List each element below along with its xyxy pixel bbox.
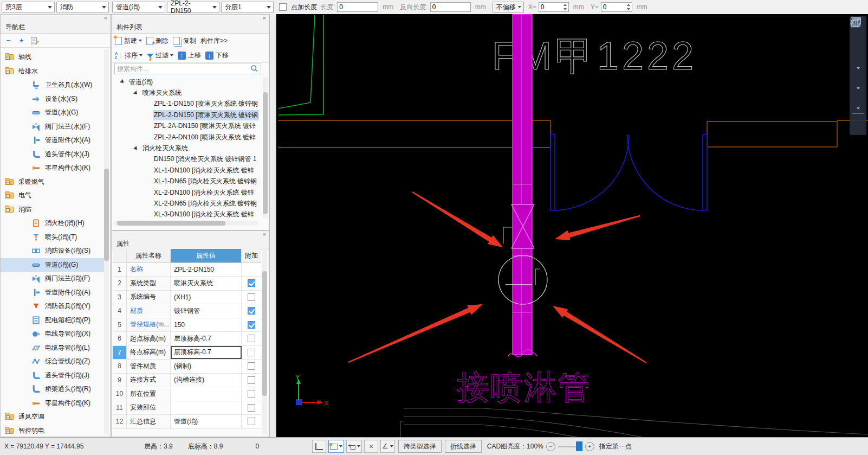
sidebar-item[interactable]: 电缆导管(消)(L) [1,341,105,355]
sidebar-item[interactable]: 设备(水)(S) [1,92,105,106]
property-value[interactable]: 150 [171,318,242,332]
view-wireframe-button[interactable] [851,52,865,66]
angle-snap-button[interactable]: ∠ [380,440,395,453]
sidebar-item[interactable]: 卫生器具(水)(W) [1,78,105,92]
property-value[interactable] [171,401,242,415]
property-row[interactable]: 2系统类型喷淋灭火系统 [113,277,261,291]
property-value[interactable]: (钢制) [171,360,242,373]
property-row[interactable]: 1名称ZPL-2-DN150 [113,263,261,277]
sidebar-item[interactable]: −给排水 [1,65,105,79]
reverse-length-input[interactable] [430,2,471,12]
sidebar-item[interactable]: 消防器具(消)(Y) [1,299,105,313]
property-row[interactable]: 3系统编号(XH1) [113,291,261,305]
brightness-slider-thumb[interactable] [576,441,582,451]
extra-checkbox[interactable] [248,390,255,398]
search-input[interactable] [115,65,250,73]
component-item[interactable]: XL-2-DN65 [消火栓灭火系统 镀锌钢 [112,198,261,209]
sidebar-item[interactable]: 管道(水)(G) [1,106,105,120]
property-row[interactable]: 4材质镀锌钢管 [113,304,261,318]
component-item[interactable]: ZPL-1-DN150 [喷淋灭火系统 镀锌钢 [112,99,261,110]
sidebar-item[interactable]: 阀门法兰(消)(F) [1,272,105,286]
property-value[interactable]: 喷淋灭火系统 [171,277,242,290]
expand-arrow-icon[interactable] [133,91,139,96]
deselect-button[interactable]: × [364,440,378,453]
close-icon[interactable]: × [263,231,266,238]
property-row[interactable]: 8管件材质(钢制) [113,360,261,374]
extra-checkbox[interactable] [248,321,255,329]
component-item[interactable]: XL-1-DN65 [消火栓灭火系统 镀锌钢 [112,176,261,187]
polyline-select-button[interactable]: 折线选择 [445,440,482,453]
extra-checkbox[interactable] [248,335,255,342]
property-value[interactable]: 层顶标高-0.7 [171,332,242,345]
specialty-select[interactable]: 消防 [56,2,109,12]
component-item[interactable]: DN150 [消火栓灭火系统 镀锌钢管 1 [112,154,261,165]
component-item[interactable]: XL-1-DN100 [消火栓灭火系统 镀锌 [112,165,261,176]
sidebar-item[interactable]: 管道附件(消)(A) [1,286,105,300]
property-row[interactable]: 9连接方式(沟槽连接) [113,374,261,388]
component-library-button[interactable]: 构件库>> [200,36,228,46]
component-type-select[interactable]: 管道(消) [112,2,165,12]
extra-checkbox[interactable] [248,307,255,315]
sidebar-item[interactable]: +电气 [1,189,105,203]
cross-select-button[interactable] [346,440,362,453]
sidebar-item[interactable]: 桥架通头(消)(R) [1,382,105,396]
property-row[interactable]: 10所在位置 [113,387,261,401]
property-row[interactable]: 6起点标高(m)层顶标高-0.7 [113,332,261,346]
copy-button[interactable]: 复制 [173,36,196,46]
property-row[interactable]: 12汇总信息管道(消) [113,415,261,429]
component-item[interactable]: 喷淋灭火系统 [112,87,261,98]
extra-checkbox[interactable] [248,362,255,370]
sidebar-item[interactable]: +轴线 [1,50,105,65]
component-vscrollbar[interactable] [263,77,268,218]
collapse-all-icon[interactable]: − [4,36,13,45]
component-item[interactable]: ZPL-2A-DN100 [喷淋灭火系统 镀锌 [112,132,261,143]
view-3d-button[interactable]: 3D [851,36,865,50]
sidebar-item[interactable]: 消防设备(消)(S) [1,244,105,258]
sidebar-item[interactable]: 喷头(消)(T) [1,230,105,245]
component-select[interactable]: ZPL-2-DN150 [167,2,219,12]
edit-list-icon[interactable] [30,36,39,45]
filter-button[interactable]: 过滤 [147,51,173,60]
panel-splitter[interactable] [269,14,276,437]
sidebar-item[interactable]: +通风空调 [1,410,105,424]
component-item[interactable]: ZPL-2A-DN150 [喷淋灭火系统 镀锌 [112,121,261,132]
property-value[interactable]: 镀锌钢管 [171,304,242,318]
brightness-slider[interactable] [558,446,582,447]
offset-mode-select[interactable]: 不偏移 [493,2,524,12]
component-item[interactable]: 管道(消) [112,76,261,87]
expand-arrow-icon[interactable] [133,146,139,151]
component-hscrollbar[interactable] [114,221,258,226]
sidebar-item[interactable]: 零星构件(水)(K) [1,161,105,175]
properties-scrollbar[interactable] [262,249,267,434]
nav-scrollbar[interactable] [104,49,109,434]
close-icon[interactable]: × [104,15,107,22]
sidebar-item[interactable]: 通头管件(水)(J) [1,148,105,162]
expand-all-icon[interactable]: + [17,36,26,45]
sidebar-item[interactable]: 管道(消)(G) [1,258,105,272]
property-value[interactable] [171,387,242,401]
length-input[interactable] [337,2,378,12]
extra-checkbox[interactable] [248,279,255,287]
sidebar-item[interactable]: 零星构件(消)(K) [1,396,105,411]
component-search[interactable] [114,63,261,74]
sidebar-item[interactable]: 综合管线(消)(Z) [1,355,105,369]
sidebar-item[interactable]: 管道附件(水)(A) [1,133,105,148]
property-row[interactable]: 5管径规格(m...150 [113,318,261,332]
ortho-mode-button[interactable] [312,440,326,453]
sidebar-item[interactable]: 电线导管(消)(X) [1,327,105,341]
extra-checkbox[interactable] [248,418,255,425]
rotate-view-button[interactable] [851,92,865,106]
brightness-minus-button[interactable]: − [546,442,555,451]
expand-arrow-icon[interactable] [120,79,125,85]
property-row[interactable]: 11安装部位 [113,401,261,415]
chevron-down-icon[interactable] [857,67,860,69]
property-value[interactable]: (沟槽连接) [171,374,242,387]
move-up-button[interactable]: ↑ 上移 [178,51,201,60]
sidebar-item[interactable]: +采暖燃气 [1,175,105,189]
sidebar-item[interactable]: −消防 [1,203,105,217]
new-button[interactable]: ✱ 新建 [115,36,142,46]
component-item[interactable]: XL-3-DN100 [消火栓灭火系统 镀锌 [112,209,261,220]
property-value[interactable]: 管道(消) [171,415,242,428]
layer-select[interactable]: 分层1 [221,2,274,12]
delete-button[interactable]: × 删除 [146,36,169,46]
